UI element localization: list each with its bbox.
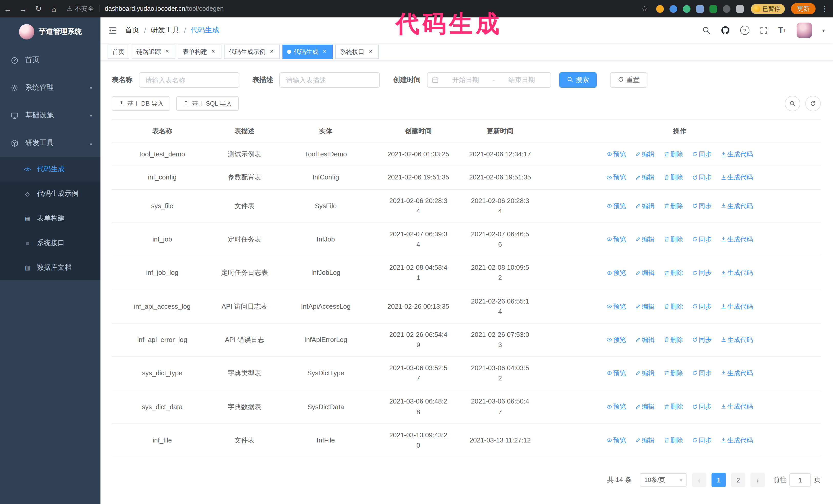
generate-code-link[interactable]: 生成代码 (721, 269, 753, 277)
page-tab[interactable]: 代码生成示例 × (224, 45, 280, 59)
next-page-button[interactable]: › (751, 473, 765, 487)
page-size-select[interactable]: 10条/页 ▾ (640, 473, 687, 486)
table-name-input[interactable] (139, 72, 239, 88)
submenu-item[interactable]: ▦ 表单构建 (0, 206, 100, 231)
generate-code-link[interactable]: 生成代码 (721, 151, 753, 158)
extension-icon[interactable] (683, 5, 690, 13)
font-size-icon[interactable]: TT (778, 26, 786, 35)
generate-code-link[interactable]: 生成代码 (721, 370, 753, 377)
date-range-picker[interactable]: 开始日期 - 结束日期 (427, 72, 551, 88)
extension-icon[interactable] (722, 5, 730, 13)
generate-code-link[interactable]: 生成代码 (721, 403, 753, 410)
paused-badge[interactable]: 已暂停 (751, 4, 785, 14)
sync-link[interactable]: 同步 (692, 151, 712, 158)
edit-link[interactable]: 编辑 (635, 336, 654, 343)
delete-link[interactable]: 删除 (664, 269, 683, 277)
edit-link[interactable]: 编辑 (635, 202, 654, 210)
sync-link[interactable]: 同步 (692, 202, 712, 210)
edit-link[interactable]: 编辑 (635, 236, 654, 243)
import-sql-button[interactable]: 基于 SQL 导入 (176, 96, 239, 111)
search-icon[interactable] (702, 26, 711, 34)
submenu-item[interactable]: ≡ 系统接口 (0, 231, 100, 255)
sync-link[interactable]: 同步 (692, 370, 712, 377)
tab-close-icon[interactable]: × (367, 48, 374, 55)
preview-link[interactable]: 预览 (607, 151, 626, 158)
browser-reload-icon[interactable]: ↻ (31, 4, 46, 13)
import-db-button[interactable]: 基于 DB 导入 (112, 96, 170, 111)
delete-link[interactable]: 删除 (664, 151, 683, 158)
tab-close-icon[interactable]: × (210, 48, 217, 55)
refresh-table-button[interactable] (805, 96, 821, 111)
preview-link[interactable]: 预览 (607, 437, 626, 444)
edit-link[interactable]: 编辑 (635, 370, 654, 377)
browser-forward-icon[interactable]: → (15, 4, 31, 13)
submenu-item[interactable]: </> 代码生成 (0, 157, 100, 182)
sidebar-item-home[interactable]: 首页 (0, 46, 100, 74)
prev-page-button[interactable]: ‹ (692, 473, 706, 487)
delete-link[interactable]: 删除 (664, 174, 683, 181)
sync-link[interactable]: 同步 (692, 236, 712, 243)
extension-icon[interactable] (696, 5, 704, 13)
browser-home-icon[interactable]: ⌂ (46, 4, 62, 13)
breadcrumb-item[interactable]: 首页 (125, 26, 139, 35)
github-icon[interactable] (721, 26, 730, 35)
tab-close-icon[interactable]: × (321, 48, 328, 55)
delete-link[interactable]: 删除 (664, 437, 683, 444)
tab-close-icon[interactable]: × (164, 48, 171, 55)
generate-code-link[interactable]: 生成代码 (721, 437, 753, 444)
delete-link[interactable]: 删除 (664, 336, 683, 343)
extension-icon[interactable] (709, 5, 717, 13)
sidebar-item-system-mgmt[interactable]: 系统管理 ▾ (0, 74, 100, 101)
sync-link[interactable]: 同步 (692, 269, 712, 277)
extension-icon[interactable] (656, 5, 664, 13)
edit-link[interactable]: 编辑 (635, 437, 654, 444)
sync-link[interactable]: 同步 (692, 174, 712, 181)
page-number-button[interactable]: 1 (712, 473, 726, 487)
submenu-item[interactable]: ▥ 数据库文档 (0, 255, 100, 280)
toggle-search-button[interactable] (785, 96, 800, 111)
sync-link[interactable]: 同步 (692, 403, 712, 410)
extension-icon[interactable] (669, 5, 677, 13)
user-avatar[interactable] (796, 23, 812, 38)
preview-link[interactable]: 预览 (607, 236, 626, 243)
page-number-button[interactable]: 2 (731, 473, 745, 487)
table-desc-input[interactable] (279, 72, 380, 88)
preview-link[interactable]: 预览 (607, 336, 626, 343)
bookmark-star-icon[interactable]: ☆ (641, 5, 648, 13)
browser-update-button[interactable]: 更新 (791, 3, 815, 14)
edit-link[interactable]: 编辑 (635, 174, 654, 181)
generate-code-link[interactable]: 生成代码 (721, 236, 753, 243)
puzzle-extensions-icon[interactable] (736, 5, 743, 13)
sync-link[interactable]: 同步 (692, 336, 712, 343)
generate-code-link[interactable]: 生成代码 (721, 336, 753, 343)
page-tab[interactable]: 链路追踪 × (132, 45, 175, 59)
sidebar-item-dev-tools[interactable]: 研发工具 ▴ (0, 129, 100, 157)
search-button[interactable]: 搜索 (559, 72, 597, 88)
delete-link[interactable]: 删除 (664, 236, 683, 243)
generate-code-link[interactable]: 生成代码 (721, 303, 753, 310)
goto-page-input[interactable] (789, 473, 811, 486)
address-bar[interactable]: ⚠ 不安全 dashboard.yudao.iocoder.cn/tool/co… (67, 4, 637, 13)
preview-link[interactable]: 预览 (607, 269, 626, 277)
page-tab[interactable]: 代码生成 × (282, 45, 333, 59)
generate-code-link[interactable]: 生成代码 (721, 174, 753, 181)
delete-link[interactable]: 删除 (664, 370, 683, 377)
avatar-caret-icon[interactable]: ▾ (822, 27, 825, 33)
tab-close-icon[interactable]: × (268, 48, 275, 55)
browser-menu-icon[interactable]: ⋮ (819, 4, 831, 13)
edit-link[interactable]: 编辑 (635, 269, 654, 277)
preview-link[interactable]: 预览 (607, 370, 626, 377)
delete-link[interactable]: 删除 (664, 303, 683, 310)
preview-link[interactable]: 预览 (607, 174, 626, 181)
page-tab[interactable]: 系统接口 × (335, 45, 379, 59)
edit-link[interactable]: 编辑 (635, 151, 654, 158)
page-tab[interactable]: 表单构建 × (178, 45, 221, 59)
delete-link[interactable]: 删除 (664, 202, 683, 210)
sidebar-item-infrastructure[interactable]: 基础设施 ▾ (0, 101, 100, 129)
app-logo[interactable]: 芋道管理系统 (0, 18, 100, 46)
preview-link[interactable]: 预览 (607, 403, 626, 410)
browser-back-icon[interactable]: ← (0, 4, 15, 13)
page-tab[interactable]: 首页 × (108, 45, 129, 59)
generate-code-link[interactable]: 生成代码 (721, 202, 753, 210)
edit-link[interactable]: 编辑 (635, 303, 654, 310)
